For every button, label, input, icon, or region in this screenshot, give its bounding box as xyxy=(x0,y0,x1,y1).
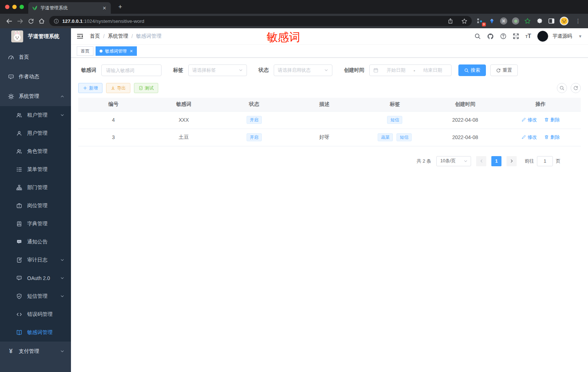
tag-badge: 短信 xyxy=(387,116,402,124)
user-name[interactable]: 芋道源码 xyxy=(553,33,572,39)
gear-icon xyxy=(8,93,14,100)
pencil-icon xyxy=(521,135,526,139)
sidebar-item-menu[interactable]: 菜单管理 xyxy=(0,160,71,179)
sidebar-collapse-icon[interactable] xyxy=(77,33,83,39)
toggle-search-button[interactable] xyxy=(557,83,567,93)
breadcrumb: 首页 / 系统管理 / 敏感词管理 xyxy=(90,33,161,39)
edit-button[interactable]: 修改 xyxy=(521,117,537,123)
url-host: 127.0.0.1 xyxy=(62,18,83,24)
chevron-down-icon xyxy=(60,276,64,280)
sidebar-item-notice[interactable]: 通知公告 xyxy=(0,233,71,251)
browser-toolbar: 127.0.0.1 :1024/system/sensitive-word 9 … xyxy=(0,14,588,28)
chevron-down-icon xyxy=(324,68,328,72)
goto-page-input[interactable] xyxy=(537,156,553,166)
extension-star-icon[interactable] xyxy=(524,17,531,25)
sidebar-item-payment[interactable]: ¥ 支付管理 xyxy=(0,342,71,361)
sidebar-item-post[interactable]: 岗位管理 xyxy=(0,197,71,215)
sidebar-item-sensitive-word[interactable]: 敏感词管理 xyxy=(0,323,71,342)
side-panel-icon[interactable] xyxy=(548,17,555,25)
export-button[interactable]: 导出 xyxy=(106,83,130,93)
date-range-picker[interactable]: 开始日期 - 结束日期 xyxy=(369,64,452,76)
col-status: 状态 xyxy=(219,98,289,111)
code-icon xyxy=(16,311,22,318)
sidebar-item-home[interactable]: 首页 xyxy=(0,47,71,67)
url-bar[interactable]: 127.0.0.1 :1024/system/sensitive-word xyxy=(49,16,472,26)
add-button[interactable]: 新增 xyxy=(78,83,102,93)
chevron-down-icon[interactable]: ▼ xyxy=(578,34,582,38)
active-dot xyxy=(100,50,102,53)
page-size-select[interactable]: 10条/页 xyxy=(436,156,471,166)
profile-avatar[interactable] xyxy=(560,17,568,25)
new-tab-button[interactable]: + xyxy=(116,3,125,11)
share-icon[interactable] xyxy=(448,18,453,24)
extension-dot-icon[interactable] xyxy=(512,17,519,25)
reload-button[interactable] xyxy=(25,16,36,26)
tab-close-icon[interactable]: ✕ xyxy=(102,5,107,11)
fullscreen-icon[interactable] xyxy=(513,33,519,39)
bookmark-star-icon[interactable] xyxy=(461,18,467,24)
tag-view-home[interactable]: 首页 xyxy=(77,46,93,56)
open-book-icon xyxy=(16,329,22,336)
breadcrumb-system[interactable]: 系统管理 xyxy=(108,33,128,39)
chat-face-icon xyxy=(16,275,22,281)
goto-unit-label: 页 xyxy=(556,158,560,164)
user-avatar[interactable] xyxy=(537,31,548,42)
home-button[interactable] xyxy=(36,16,47,26)
reset-button[interactable]: 重置 xyxy=(490,64,518,76)
document-check-icon xyxy=(139,86,143,90)
sidebar-item-role[interactable]: 角色管理 xyxy=(0,142,71,160)
sidebar-item-sms[interactable]: 短信管理 xyxy=(0,287,71,305)
red-annotation: 敏感词 xyxy=(266,30,300,45)
org-tree-icon xyxy=(16,184,22,191)
pagination: 共 2 条 10条/页 1 前往 页 xyxy=(78,156,560,166)
forward-button[interactable] xyxy=(14,16,25,26)
cell-id: 3 xyxy=(78,129,148,146)
browser-menu-icon[interactable]: ⋮ xyxy=(573,18,583,24)
breadcrumb-current: 敏感词管理 xyxy=(136,33,161,39)
status-select[interactable]: 请选择启用状态 xyxy=(274,64,332,76)
tag-close-icon[interactable]: ✕ xyxy=(130,49,133,54)
sidebar-item-author-feed[interactable]: 作者动态 xyxy=(0,67,71,87)
refresh-table-button[interactable] xyxy=(571,83,581,93)
extension-gem-icon[interactable] xyxy=(488,17,495,25)
delete-button[interactable]: 删除 xyxy=(544,117,560,123)
sidebar: 芋道管理系统 首页 作者动态 系统管理 租户管理 xyxy=(0,28,71,372)
refresh-icon xyxy=(496,68,501,73)
extension-grid-icon[interactable]: 9 xyxy=(476,17,483,25)
extension-command-icon[interactable]: ⌘ xyxy=(500,17,507,25)
sidebar-item-dept[interactable]: 部门管理 xyxy=(0,179,71,197)
breadcrumb-home[interactable]: 首页 xyxy=(90,33,100,39)
github-icon[interactable] xyxy=(487,33,494,40)
sidebar-item-error-code[interactable]: 错误码管理 xyxy=(0,305,71,323)
next-page-button[interactable] xyxy=(507,156,517,166)
minimize-window-button[interactable] xyxy=(12,5,17,9)
keyword-input[interactable] xyxy=(101,64,161,76)
sidebar-item-tenant[interactable]: 租户管理 xyxy=(0,106,71,124)
site-info-icon[interactable] xyxy=(54,18,59,24)
sidebar-item-audit-log[interactable]: 审计日志 xyxy=(0,251,71,269)
chevron-down-icon xyxy=(239,68,243,72)
font-size-icon[interactable]: TT xyxy=(525,33,531,39)
search-icon[interactable] xyxy=(474,33,481,39)
window-controls xyxy=(5,5,24,9)
test-button[interactable]: 测试 xyxy=(134,83,158,93)
zoom-window-button[interactable] xyxy=(20,5,24,9)
tag-select[interactable]: 请选择标签 xyxy=(188,64,247,76)
tag-view-sensitive-word[interactable]: 敏感词管理 ✕ xyxy=(96,46,137,56)
extensions-puzzle-icon[interactable] xyxy=(536,17,543,25)
sidebar-item-system[interactable]: 系统管理 xyxy=(0,87,71,106)
edit-button[interactable]: 修改 xyxy=(521,134,537,141)
delete-button[interactable]: 删除 xyxy=(544,134,560,141)
col-created: 创建时间 xyxy=(430,98,500,111)
browser-tab-strip: 芋道管理系统 ✕ + xyxy=(0,0,588,14)
close-window-button[interactable] xyxy=(5,5,9,9)
prev-page-button[interactable] xyxy=(476,156,486,166)
sidebar-item-oauth[interactable]: OAuth 2.0 xyxy=(0,269,71,287)
sidebar-item-user[interactable]: 用户管理 xyxy=(0,124,71,142)
help-icon[interactable] xyxy=(500,33,507,39)
back-button[interactable] xyxy=(4,16,14,26)
sidebar-item-dict[interactable]: 字典管理 xyxy=(0,215,71,233)
page-number-button[interactable]: 1 xyxy=(491,156,501,166)
search-button[interactable]: 搜索 xyxy=(458,64,486,76)
browser-tab[interactable]: 芋道管理系统 ✕ xyxy=(28,2,111,14)
